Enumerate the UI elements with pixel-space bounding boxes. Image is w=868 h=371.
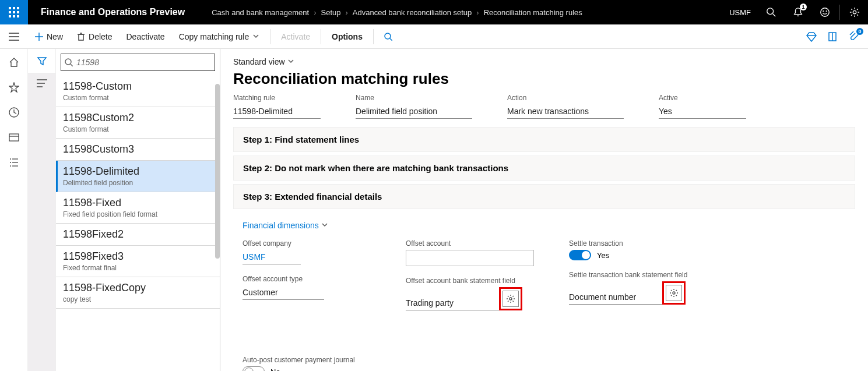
svg-marker-26 <box>807 33 816 41</box>
svg-marker-30 <box>9 83 19 92</box>
svg-line-25 <box>390 38 392 41</box>
chevron-down-icon <box>252 32 259 41</box>
svg-point-44 <box>65 59 71 65</box>
list-item[interactable]: 11598-FixedFixed field position field fo… <box>56 192 220 224</box>
gear-icon[interactable] <box>502 291 519 307</box>
active-value[interactable]: Yes <box>659 104 746 119</box>
attachment-icon[interactable]: 0 <box>847 30 860 43</box>
copy-matching-rule-button[interactable]: Copy matching rule <box>172 24 267 49</box>
hamburger-icon[interactable] <box>0 24 28 49</box>
chevron-down-icon <box>321 221 328 230</box>
svg-rect-6 <box>9 15 11 17</box>
svg-rect-1 <box>13 7 15 9</box>
list-pane: 11598-CustomCustom format11598Custom2Cus… <box>56 49 220 371</box>
deactivate-button[interactable]: Deactivate <box>119 24 171 49</box>
left-rail <box>0 49 28 371</box>
label: Offset account bank statement field <box>406 277 534 285</box>
list-item-title: 11598Custom3 <box>63 143 213 156</box>
list-item-title: 11598-Fixed <box>63 197 213 209</box>
breadcrumb: Cash and bank management › Setup › Advan… <box>198 8 722 17</box>
svg-rect-32 <box>9 134 19 141</box>
list-lines-icon[interactable] <box>28 73 55 371</box>
svg-point-46 <box>509 298 512 300</box>
crumb[interactable]: Reconciliation matching rules <box>484 8 582 17</box>
search-action-icon[interactable] <box>377 24 399 49</box>
list-item[interactable]: 11598-CustomCustom format <box>56 76 220 107</box>
highlight-box <box>662 281 686 305</box>
scrollbar[interactable] <box>215 84 220 259</box>
list-item[interactable]: 11598-FixedCopycopy test <box>56 277 220 309</box>
label: Auto-post customer payment journal <box>243 356 371 364</box>
list-item-subtitle: Custom format <box>63 94 213 102</box>
bell-icon[interactable]: 1 <box>785 0 811 24</box>
list-item[interactable]: 11598Fixed3Fixed format final <box>56 246 220 277</box>
step1-header[interactable]: Step 1: Find statement lines <box>233 127 855 152</box>
star-icon[interactable] <box>9 82 19 94</box>
search-field[interactable] <box>76 58 211 67</box>
home-icon[interactable] <box>9 57 19 69</box>
label: Matching rule <box>233 94 321 102</box>
clock-icon[interactable] <box>9 107 19 119</box>
title-bar: Finance and Operations Preview Cash and … <box>0 0 868 24</box>
action-value[interactable]: Mark new transactions <box>507 104 624 119</box>
svg-rect-21 <box>79 34 83 40</box>
list-item[interactable]: 11598-DelimitedDelimited field position <box>56 161 220 192</box>
offset-bsf-value[interactable]: Trading party <box>406 296 499 310</box>
list-item[interactable]: 11598Custom2Custom format <box>56 107 220 139</box>
delete-button[interactable]: Delete <box>70 24 119 49</box>
diamond-icon[interactable] <box>805 30 818 43</box>
offset-account-input[interactable] <box>406 250 534 266</box>
svg-point-47 <box>673 292 675 294</box>
search-input[interactable] <box>61 54 215 71</box>
chevron-down-icon <box>287 57 294 66</box>
list-item-subtitle: Delimited field position <box>63 179 213 187</box>
standard-view-selector[interactable]: Standard view <box>233 57 855 66</box>
svg-point-14 <box>826 11 827 12</box>
gear-icon[interactable] <box>841 0 868 24</box>
search-icon[interactable] <box>758 0 785 24</box>
book-icon[interactable] <box>826 30 839 43</box>
chevron-right-icon: › <box>314 8 316 17</box>
matching-rule-value[interactable]: 11598-Delimited <box>233 104 321 119</box>
svg-point-9 <box>767 8 774 15</box>
label: Settle transaction <box>569 239 697 248</box>
crumb[interactable]: Advanced bank reconciliation setup <box>353 8 472 17</box>
modules-icon[interactable] <box>9 157 19 169</box>
list-item[interactable]: 11598Custom3 <box>56 139 220 161</box>
autopost-toggle[interactable]: No <box>243 366 371 371</box>
filter-icon[interactable] <box>28 49 55 73</box>
gear-icon[interactable] <box>666 285 682 301</box>
label: Active <box>659 94 746 102</box>
company-code[interactable]: USMF <box>722 8 758 17</box>
list-item-subtitle: Custom format <box>63 125 213 133</box>
highlight-box <box>499 287 522 310</box>
name-value[interactable]: Delimited field position <box>356 104 472 119</box>
step2-header[interactable]: Step 2: Do not mark when there are match… <box>233 156 855 181</box>
svg-line-45 <box>71 64 73 66</box>
offset-account-type-value[interactable]: Customer <box>243 285 324 300</box>
options-button[interactable]: Options <box>325 24 370 49</box>
workspace-icon[interactable] <box>9 132 19 144</box>
financial-dimensions-link[interactable]: Financial dimensions <box>243 221 846 230</box>
offset-company-value[interactable]: USMF <box>243 250 301 264</box>
activate-button: Activate <box>274 24 317 49</box>
list-item-subtitle: Fixed format final <box>63 264 213 272</box>
step3-header[interactable]: Step 3: Extended financial details <box>233 184 855 209</box>
crumb[interactable]: Cash and bank management <box>212 8 309 17</box>
svg-line-10 <box>773 14 776 17</box>
settle-bsf-value[interactable]: Document number <box>569 290 662 305</box>
waffle-icon[interactable] <box>0 0 28 24</box>
label: Offset account <box>406 239 534 248</box>
crumb[interactable]: Setup <box>321 8 340 17</box>
svg-marker-40 <box>38 58 46 65</box>
list-item-title: 11598Custom2 <box>63 112 213 124</box>
settle-toggle[interactable]: Yes <box>569 250 697 260</box>
svg-rect-3 <box>9 11 11 13</box>
list-item[interactable]: 11598Fixed2 <box>56 224 220 246</box>
label: Name <box>356 94 472 102</box>
svg-rect-0 <box>9 7 11 9</box>
new-button[interactable]: New <box>28 24 70 49</box>
label: Offset company <box>243 239 371 248</box>
label: Settle transaction bank statement field <box>569 271 697 279</box>
smile-icon[interactable] <box>811 0 838 24</box>
